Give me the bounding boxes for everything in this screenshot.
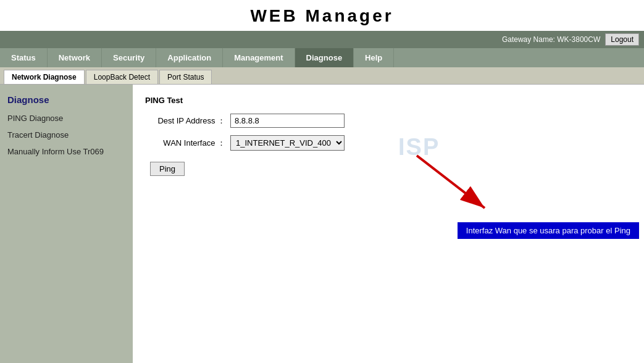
subnav-item-port-status[interactable]: Port Status: [159, 70, 212, 84]
nav-item-diagnose[interactable]: Diagnose: [295, 48, 354, 67]
nav-item-management[interactable]: Management: [223, 48, 295, 67]
logout-button[interactable]: Logout: [605, 33, 639, 46]
wan-interface-label: WAN Interface ：: [145, 138, 225, 149]
nav-item-status[interactable]: Status: [0, 48, 48, 67]
nav-bar: StatusNetworkSecurityApplicationManageme…: [0, 48, 644, 67]
sidebar-item-manually-inform[interactable]: Manually Inform Use Tr069: [0, 143, 133, 160]
sub-nav: Network DiagnoseLoopBack DetectPort Stat…: [0, 67, 644, 85]
nav-item-network[interactable]: Network: [48, 48, 102, 67]
dest-ip-row: Dest IP Address ：: [145, 114, 632, 128]
wan-interface-select[interactable]: 1_INTERNET_R_VID_4002_INTERNET_R_VID_401…: [230, 135, 345, 151]
wan-interface-row: WAN Interface ： 1_INTERNET_R_VID_4002_IN…: [145, 135, 632, 151]
main-layout: Diagnose PING DiagnoseTracert DiagnoseMa…: [0, 85, 644, 363]
nav-item-security[interactable]: Security: [102, 48, 156, 67]
dest-ip-label: Dest IP Address ：: [145, 115, 225, 127]
subnav-item-loopback-detect[interactable]: LoopBack Detect: [86, 70, 158, 84]
top-bar: Gateway Name: WK-3800CW Logout: [0, 31, 644, 48]
nav-item-help[interactable]: Help: [354, 48, 394, 67]
sidebar-title: Diagnose: [0, 91, 133, 110]
subnav-item-network-diagnose[interactable]: Network Diagnose: [4, 70, 85, 84]
tooltip-box: Interfaz Wan que se usara para probar el…: [458, 222, 639, 239]
page-title: WEB Manager: [0, 0, 644, 31]
ping-button[interactable]: Ping: [150, 162, 185, 176]
ping-button-row: Ping: [148, 158, 632, 176]
title-text: WEB Manager: [250, 6, 393, 25]
content-area: PING Test Dest IP Address ： WAN Interfac…: [133, 85, 644, 363]
sidebar-item-ping-diagnose[interactable]: PING Diagnose: [0, 110, 133, 127]
sidebar: Diagnose PING DiagnoseTracert DiagnoseMa…: [0, 85, 133, 363]
section-title: PING Test: [145, 96, 632, 105]
gateway-name: Gateway Name: WK-3800CW: [502, 35, 600, 44]
dest-ip-input[interactable]: [230, 114, 345, 128]
sidebar-item-tracert-diagnose[interactable]: Tracert Diagnose: [0, 127, 133, 143]
nav-item-application[interactable]: Application: [156, 48, 223, 67]
